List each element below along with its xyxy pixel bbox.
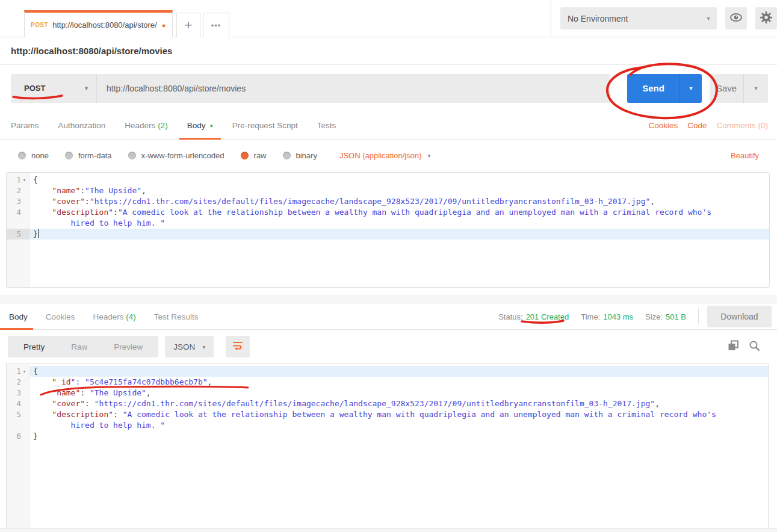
code-line[interactable]: 2 "_id": "5c4e715fa74c07dbbb6ecb7b", bbox=[7, 377, 768, 388]
code-line-content[interactable]: "cover":"https://cdn1.thr.com/sites/defa… bbox=[29, 196, 769, 207]
code-line[interactable]: 3 "cover":"https://cdn1.thr.com/sites/de… bbox=[7, 196, 769, 207]
copy-button[interactable] bbox=[727, 339, 740, 354]
response-tab-body[interactable]: Body bbox=[9, 305, 28, 329]
code-line[interactable]: 1▾ { bbox=[7, 366, 768, 377]
chevron-down-icon: ▾ bbox=[754, 85, 757, 91]
fold-caret-icon[interactable] bbox=[21, 398, 28, 409]
code-line[interactable]: 1▾ { bbox=[7, 175, 769, 185]
tab-authorization[interactable]: Authorization bbox=[58, 112, 106, 139]
mode-urlencoded-label: x-www-form-urlencoded bbox=[141, 151, 224, 160]
tab-headers[interactable]: Headers (2) bbox=[125, 112, 167, 139]
code-line[interactable]: hired to help him. " bbox=[7, 420, 768, 431]
code-line[interactable]: hired to help him. " bbox=[7, 218, 769, 229]
code-line-content[interactable]: "_id": "5c4e715fa74c07dbbb6ecb7b", bbox=[29, 377, 768, 388]
code-line-content[interactable]: "description": "A comedic look at the re… bbox=[29, 409, 768, 420]
line-number-gutter bbox=[7, 218, 29, 229]
response-body-editor[interactable]: 1▾ { 2 "_id": "5c4e715fa74c07dbbb6ecb7b"… bbox=[6, 363, 769, 528]
search-button[interactable] bbox=[749, 340, 760, 354]
view-tab-preview[interactable]: Preview bbox=[101, 342, 156, 351]
code-token: : bbox=[85, 197, 90, 206]
wrap-lines-button[interactable] bbox=[226, 336, 250, 357]
beautify-link[interactable]: Beautify bbox=[731, 151, 759, 160]
tab-options-button[interactable]: ••• bbox=[203, 13, 229, 37]
fold-caret-icon[interactable] bbox=[21, 377, 28, 388]
code-line[interactable]: 3 "name": "The Upside", bbox=[7, 388, 768, 398]
tab-params[interactable]: Params bbox=[11, 112, 39, 139]
content-type-dropdown[interactable]: JSON (application/json) ▾ bbox=[339, 151, 431, 160]
tab-body[interactable]: Body● bbox=[187, 112, 213, 139]
response-tab-headers[interactable]: Headers (4) bbox=[93, 305, 136, 329]
body-mode-row: none form-data x-www-form-urlencoded raw… bbox=[0, 140, 777, 171]
mode-form-data-radio[interactable]: form-data bbox=[65, 151, 112, 160]
cookies-link[interactable]: Cookies bbox=[648, 121, 678, 130]
response-tab-cookies[interactable]: Cookies bbox=[46, 305, 75, 329]
code-link[interactable]: Code bbox=[687, 121, 707, 130]
code-line-content[interactable]: "name":"The Upside", bbox=[29, 185, 769, 196]
code-token bbox=[33, 388, 52, 397]
tab-pre-request-script[interactable]: Pre-request Script bbox=[232, 112, 298, 139]
new-tab-button[interactable]: + bbox=[176, 13, 200, 37]
response-toolbar: Pretty Raw Preview JSON ▾ bbox=[0, 330, 777, 363]
code-line-content[interactable]: { bbox=[29, 175, 769, 185]
chevron-down-icon: ▾ bbox=[85, 85, 88, 91]
code-line-content[interactable]: "cover": "https://cdn1.thr.com/sites/def… bbox=[29, 398, 768, 409]
save-options-button[interactable]: ▾ bbox=[743, 74, 768, 103]
code-line[interactable]: 4 "cover": "https://cdn1.thr.com/sites/d… bbox=[7, 398, 768, 409]
code-line[interactable]: 6 } bbox=[7, 431, 768, 442]
tab-tests[interactable]: Tests bbox=[317, 112, 336, 139]
code-line-content[interactable]: "name": "The Upside", bbox=[29, 388, 768, 398]
response-tab-test-results[interactable]: Test Results bbox=[154, 305, 199, 329]
fold-caret-icon[interactable] bbox=[21, 388, 28, 398]
request-tab[interactable]: POST http://localhost:8080/api/store/ ● bbox=[24, 10, 173, 37]
code-line-content[interactable]: hired to help him. " bbox=[29, 218, 769, 229]
request-links: Cookies Code Comments (0) bbox=[648, 121, 768, 130]
environment-selector[interactable]: No Environment ▾ bbox=[560, 7, 717, 29]
code-line-content[interactable]: } bbox=[29, 431, 768, 442]
fold-caret-icon[interactable] bbox=[21, 196, 28, 207]
code-token bbox=[33, 197, 52, 206]
save-split-button: Save ▾ bbox=[710, 74, 768, 103]
fold-caret-icon[interactable] bbox=[21, 229, 28, 240]
code-token: : bbox=[80, 186, 85, 195]
code-line-content[interactable]: "description":"A comedic look at the rel… bbox=[29, 207, 769, 218]
download-button[interactable]: Download bbox=[707, 306, 772, 327]
status-label: Status: bbox=[498, 312, 522, 321]
environment-quicklook-button[interactable] bbox=[725, 7, 747, 29]
body-filled-dot-icon: ● bbox=[209, 123, 212, 129]
mode-binary-radio[interactable]: binary bbox=[283, 151, 317, 160]
fold-caret-icon[interactable] bbox=[21, 207, 28, 218]
code-line-content[interactable]: { bbox=[29, 366, 768, 377]
code-line[interactable]: 4 "description":"A comedic look at the r… bbox=[7, 207, 769, 218]
view-tab-pretty[interactable]: Pretty bbox=[10, 342, 58, 351]
mode-none-radio[interactable]: none bbox=[18, 151, 49, 160]
comments-link[interactable]: Comments (0) bbox=[716, 121, 768, 130]
view-tab-raw[interactable]: Raw bbox=[58, 342, 101, 351]
fold-caret-icon[interactable] bbox=[21, 185, 28, 196]
code-line[interactable]: 5 "description": "A comedic look at the … bbox=[7, 409, 768, 420]
save-button[interactable]: Save bbox=[710, 74, 743, 103]
method-selected-label: POST bbox=[24, 84, 45, 93]
method-dropdown[interactable]: POST ▾ bbox=[11, 74, 97, 103]
send-options-button[interactable]: ▾ bbox=[679, 74, 702, 103]
response-headers-count-badge: (4) bbox=[126, 312, 136, 321]
mode-urlencoded-radio[interactable]: x-www-form-urlencoded bbox=[128, 151, 224, 160]
settings-button[interactable] bbox=[755, 7, 777, 29]
fold-caret-icon[interactable] bbox=[21, 420, 28, 431]
fold-caret-icon[interactable] bbox=[21, 409, 28, 420]
code-line[interactable]: 5 } bbox=[7, 229, 769, 240]
fold-caret-icon[interactable] bbox=[21, 218, 28, 229]
url-input[interactable]: http://localhost:8080/api/store/movies bbox=[97, 74, 610, 103]
section-separator bbox=[0, 295, 777, 304]
response-format-dropdown[interactable]: JSON ▾ bbox=[165, 336, 214, 357]
fold-caret-icon[interactable] bbox=[21, 431, 28, 442]
code-line-content[interactable]: } bbox=[29, 229, 769, 240]
code-line[interactable]: 2 "name":"The Upside", bbox=[7, 185, 769, 196]
fold-caret-icon[interactable]: ▾ bbox=[21, 175, 28, 185]
fold-caret-icon[interactable]: ▾ bbox=[21, 366, 28, 377]
send-button[interactable]: Send bbox=[627, 74, 679, 103]
line-number-gutter: 6 bbox=[7, 431, 29, 442]
code-line-content[interactable]: hired to help him. " bbox=[29, 420, 768, 431]
mode-raw-radio[interactable]: raw bbox=[241, 151, 267, 160]
request-body-editor[interactable]: 1▾ { 2 "name":"The Upside", 3 "cover":"h… bbox=[6, 172, 770, 288]
radio-icon bbox=[128, 152, 136, 159]
